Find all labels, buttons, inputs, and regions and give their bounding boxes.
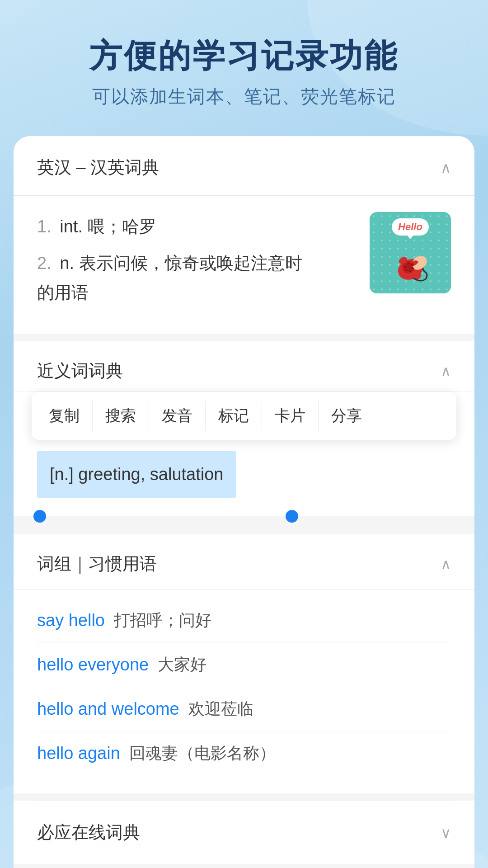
- phrase-en-3: hello and welcome: [37, 699, 179, 719]
- synonym-header[interactable]: 近义词词典 ∧: [14, 341, 474, 392]
- phrases-header[interactable]: 词组｜习惯用语 ∧: [14, 534, 474, 590]
- def-pos-1: int.: [60, 217, 87, 236]
- hello-illustration: Hello: [370, 212, 451, 293]
- phrase-item-3[interactable]: hello and welcome 欢迎莅临: [37, 687, 451, 731]
- selected-text-area: [n.] greeting, salutation: [14, 440, 474, 516]
- selection-handle-left: [33, 510, 46, 523]
- svg-point-4: [411, 264, 413, 265]
- context-menu-mark[interactable]: 标记: [206, 401, 262, 431]
- phrase-en-4: hello again: [37, 744, 120, 763]
- context-menu-card[interactable]: 卡片: [262, 401, 319, 431]
- phrase-item-1[interactable]: say hello 打招呼；问好: [37, 599, 451, 643]
- definition-item-2: 2. n. 表示问候，惊奇或唤起注意时的用语: [37, 249, 359, 307]
- context-menu-pronounce[interactable]: 发音: [149, 401, 206, 431]
- svg-point-7: [405, 269, 407, 271]
- def-text-1: 喂；哈罗: [88, 217, 156, 236]
- context-menu-share[interactable]: 分享: [319, 401, 375, 431]
- main-title: 方便的学习记录功能: [27, 36, 461, 75]
- phrase-en-2: hello everyone: [37, 655, 149, 675]
- dict-chevron-icon: ∧: [441, 159, 451, 176]
- synonym-section: 近义词词典 ∧ 复制 搜索 发音 标记 卡片 分享 [n.] greeting,…: [14, 341, 474, 516]
- synonym-section-title: 近义词词典: [37, 359, 123, 382]
- phrase-list: say hello 打招呼；问好 hello everyone 大家好 hell…: [14, 590, 474, 793]
- phrases-chevron-icon: ∧: [441, 556, 451, 573]
- def-number-2: 2.: [37, 254, 52, 273]
- phrases-section: 词组｜习惯用语 ∧ say hello 打招呼；问好 hello everyon…: [14, 534, 474, 793]
- svg-point-8: [404, 266, 406, 268]
- phrase-zh-3: 欢迎莅临: [188, 698, 253, 720]
- phrase-zh-1: 打招呼；问好: [114, 609, 211, 632]
- main-card: 英汉 – 汉英词典 ∧ 1. int. 喂；哈罗 2. n. 表示问候，惊奇或唤…: [14, 136, 474, 868]
- dict-section: 英汉 – 汉英词典 ∧ 1. int. 喂；哈罗 2. n. 表示问候，惊奇或唤…: [14, 136, 474, 334]
- bingdict-chevron-icon: ∨: [441, 824, 451, 841]
- bingdict-section: 必应在线词典 ∨: [14, 801, 474, 864]
- hello-bubble-text: Hello: [392, 218, 429, 236]
- synonym-chevron-icon: ∧: [441, 363, 451, 380]
- bingdict-header[interactable]: 必应在线词典 ∨: [14, 801, 474, 864]
- header-section: 方便的学习记录功能 可以添加生词本、笔记、荧光笔标记: [0, 0, 488, 127]
- context-menu-copy[interactable]: 复制: [36, 401, 93, 431]
- phrase-zh-4: 回魂妻（电影名称）: [129, 742, 276, 764]
- context-menu-search[interactable]: 搜索: [93, 401, 149, 431]
- subtitle: 可以添加生词本、笔记、荧光笔标记: [27, 84, 461, 109]
- dict-section-title: 英汉 – 汉英词典: [37, 156, 159, 179]
- definitions-text: 1. int. 喂；哈罗 2. n. 表示问候，惊奇或唤起注意时的用语: [37, 212, 359, 314]
- svg-point-6: [409, 270, 411, 272]
- phrase-en-1: say hello: [37, 611, 105, 630]
- definition-item-1: 1. int. 喂；哈罗: [37, 212, 359, 241]
- svg-point-3: [408, 262, 409, 264]
- phrases-section-title: 词组｜习惯用语: [37, 552, 157, 576]
- def-number-1: 1.: [37, 217, 52, 236]
- definition-content: 1. int. 喂；哈罗 2. n. 表示问候，惊奇或唤起注意时的用语 Hell…: [14, 196, 474, 334]
- bingdict-title: 必应在线词典: [37, 821, 140, 844]
- phrase-item-4[interactable]: hello again 回魂妻（电影名称）: [37, 731, 451, 775]
- phrase-item-2[interactable]: hello everyone 大家好: [37, 643, 451, 687]
- dict-section-header[interactable]: 英汉 – 汉英词典 ∧: [14, 136, 474, 196]
- context-menu: 复制 搜索 发音 标记 卡片 分享: [32, 392, 456, 440]
- def-pos-2: n.: [60, 254, 79, 273]
- selection-handle-right: [286, 510, 298, 523]
- phrase-zh-2: 大家好: [158, 654, 206, 676]
- telephone-icon: [388, 245, 433, 285]
- selected-text: [n.] greeting, salutation: [37, 451, 236, 498]
